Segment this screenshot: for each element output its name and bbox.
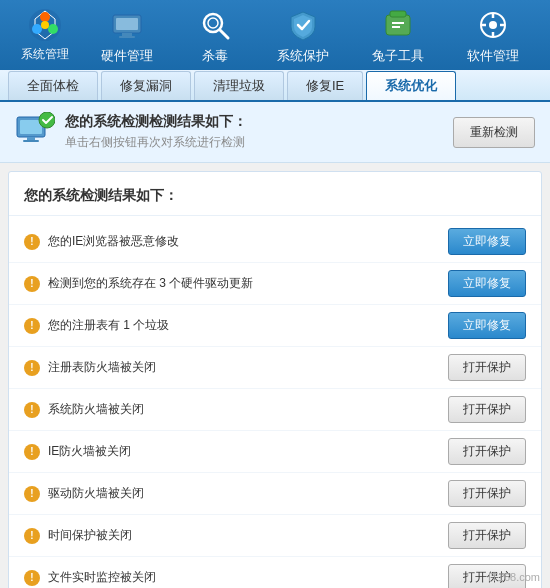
warning-icon-2: ! [24,318,40,334]
top-nav: 系统管理 硬件管理 杀毒 [0,0,550,70]
tools-icon [379,6,417,44]
nav-item-tools[interactable]: 兔子工具 [362,1,434,70]
tab-system-optimize[interactable]: 系统优化 [366,71,456,100]
result-text-6: 驱动防火墙被关闭 [48,485,448,502]
svg-rect-25 [23,140,39,142]
result-text-5: IE防火墙被关闭 [48,443,448,460]
svg-rect-8 [119,36,135,38]
action-btn-1[interactable]: 立即修复 [448,270,526,297]
nav-logo[interactable]: 系统管理 [10,5,80,65]
antivirus-icon [196,6,234,44]
nav-item-hardware[interactable]: 硬件管理 [91,1,163,70]
svg-point-2 [32,24,42,34]
action-btn-6[interactable]: 打开保护 [448,480,526,507]
nav-item-protect[interactable]: 系统保护 [267,1,339,70]
action-btn-7[interactable]: 打开保护 [448,522,526,549]
svg-point-17 [489,21,497,29]
tab-repair-ie[interactable]: 修复IE [287,71,363,100]
result-row-4: !系统防火墙被关闭打开保护 [9,389,541,431]
result-text-7: 时间保护被关闭 [48,527,448,544]
section-title: 您的系统检测结果如下： [9,182,541,216]
status-computer-icon [15,112,55,152]
svg-point-10 [208,18,218,28]
svg-rect-23 [20,120,42,134]
result-row-6: !驱动防火墙被关闭打开保护 [9,473,541,515]
status-bar: 您的系统检测检测结果如下： 单击右侧按钮再次对系统进行检测 重新检测 [0,102,550,163]
tab-full-check[interactable]: 全面体检 [8,71,98,100]
svg-line-11 [220,30,228,38]
status-left: 您的系统检测检测结果如下： 单击右侧按钮再次对系统进行检测 [15,112,247,152]
software-icon [474,6,512,44]
tab-clean-trash[interactable]: 清理垃圾 [194,71,284,100]
result-text-1: 检测到您的系统存在 3 个硬件驱动更新 [48,275,448,292]
warning-icon-8: ! [24,570,40,586]
warning-icon-4: ! [24,402,40,418]
svg-point-3 [48,24,58,34]
watermark: IT168.com [488,571,540,583]
action-btn-3[interactable]: 打开保护 [448,354,526,381]
svg-point-4 [41,21,49,29]
warning-icon-6: ! [24,486,40,502]
warning-icon-5: ! [24,444,40,460]
result-row-0: !您的IE浏览器被恶意修改立即修复 [9,221,541,263]
warning-icon-0: ! [24,234,40,250]
result-row-3: !注册表防火墙被关闭打开保护 [9,347,541,389]
result-row-1: !检测到您的系统存在 3 个硬件驱动更新立即修复 [9,263,541,305]
result-text-0: 您的IE浏览器被恶意修改 [48,233,448,250]
action-btn-5[interactable]: 打开保护 [448,438,526,465]
main-content: 您的系统检测结果如下： !您的IE浏览器被恶意修改立即修复!检测到您的系统存在 … [8,171,542,588]
nav-item-software-label: 软件管理 [467,47,519,65]
result-row-8: !文件实时监控被关闭打开保护 [9,557,541,588]
warning-icon-7: ! [24,528,40,544]
svg-rect-6 [116,18,138,30]
protect-icon [284,6,322,44]
action-btn-2[interactable]: 立即修复 [448,312,526,339]
warning-icon-3: ! [24,360,40,376]
nav-logo-label: 系统管理 [21,46,69,63]
status-title: 您的系统检测检测结果如下： [65,113,247,131]
hardware-icon [108,6,146,44]
result-row-5: !IE防火墙被关闭打开保护 [9,431,541,473]
nav-item-protect-label: 系统保护 [277,47,329,65]
nav-items: 硬件管理 杀毒 系统保护 [80,1,540,70]
result-text-2: 您的注册表有 1 个垃圾 [48,317,448,334]
tab-repair-missing[interactable]: 修复漏洞 [101,71,191,100]
svg-rect-24 [27,137,35,140]
recheck-button[interactable]: 重新检测 [453,117,535,148]
svg-point-26 [39,112,55,128]
svg-rect-12 [386,15,410,35]
svg-rect-7 [122,33,132,36]
action-btn-0[interactable]: 立即修复 [448,228,526,255]
result-text-8: 文件实时监控被关闭 [48,569,448,586]
nav-item-antivirus-label: 杀毒 [202,47,228,65]
result-text-4: 系统防火墙被关闭 [48,401,448,418]
action-btn-4[interactable]: 打开保护 [448,396,526,423]
nav-item-antivirus[interactable]: 杀毒 [186,1,244,70]
result-row-2: !您的注册表有 1 个垃圾立即修复 [9,305,541,347]
result-row-7: !时间保护被关闭打开保护 [9,515,541,557]
svg-rect-13 [390,11,406,17]
nav-item-software[interactable]: 软件管理 [457,1,529,70]
status-text: 您的系统检测检测结果如下： 单击右侧按钮再次对系统进行检测 [65,113,247,151]
result-text-3: 注册表防火墙被关闭 [48,359,448,376]
results-container: !您的IE浏览器被恶意修改立即修复!检测到您的系统存在 3 个硬件驱动更新立即修… [9,221,541,588]
warning-icon-1: ! [24,276,40,292]
nav-item-tools-label: 兔子工具 [372,47,424,65]
tab-bar: 全面体检 修复漏洞 清理垃圾 修复IE 系统优化 [0,70,550,102]
status-subtitle: 单击右侧按钮再次对系统进行检测 [65,134,247,151]
nav-item-hardware-label: 硬件管理 [101,47,153,65]
svg-point-1 [40,12,50,22]
